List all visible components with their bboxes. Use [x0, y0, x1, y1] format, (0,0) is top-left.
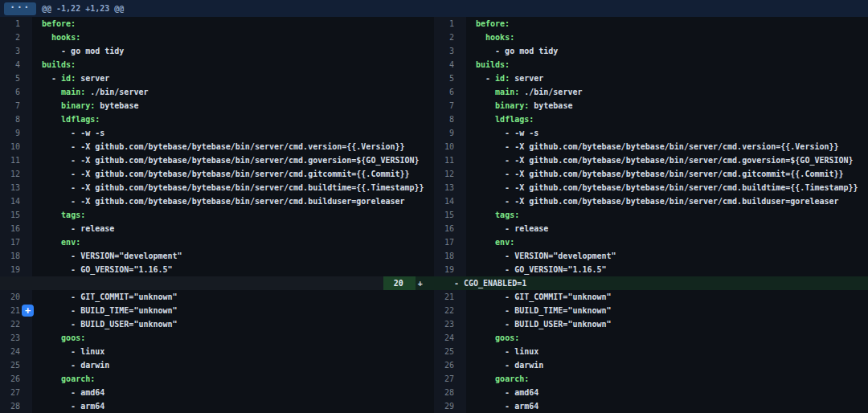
yaml-key: binary: — [495, 101, 529, 110]
code-text: - linux — [476, 347, 538, 356]
diff-marker-right — [466, 112, 476, 126]
line-number-left[interactable]: 18 — [0, 249, 32, 263]
line-number-left[interactable]: 14 — [0, 194, 32, 208]
line-number-left[interactable]: 24 — [0, 345, 32, 358]
line-number-right[interactable]: 18 — [434, 249, 466, 263]
code-text: - linux — [42, 347, 104, 356]
code-line-right: binary: bytebase — [476, 99, 868, 112]
line-number-left[interactable]: 1 — [0, 17, 32, 31]
line-number-right[interactable]: 17 — [434, 235, 466, 249]
line-number-right[interactable]: 24 — [434, 331, 466, 345]
line-number-right[interactable]: 12 — [434, 167, 466, 181]
diff-marker-left — [32, 194, 42, 208]
code-text: server — [76, 74, 109, 83]
diff-row: 23 goos:24 goos: — [0, 331, 868, 345]
line-number-left[interactable]: 9 — [0, 126, 32, 140]
code-text — [42, 33, 51, 42]
code-text — [42, 101, 61, 110]
yaml-key: goarch: — [495, 374, 529, 383]
code-text: ./bin/server — [85, 88, 148, 96]
line-number-right[interactable]: 7 — [434, 99, 466, 112]
code-line-right: - -w -s — [476, 126, 868, 140]
line-number-right[interactable]: 11 — [434, 153, 466, 167]
line-number-right[interactable]: 5 — [434, 72, 466, 85]
line-number-left[interactable]: 25 — [0, 358, 32, 372]
line-number-left[interactable]: 20 — [0, 290, 32, 304]
diff-row: 15 tags:15 tags: — [0, 208, 868, 222]
line-number-left[interactable]: 23 — [0, 331, 32, 345]
code-line-left: builds: — [42, 58, 434, 72]
diff-marker-right — [466, 140, 476, 153]
code-text: - — [476, 74, 495, 83]
line-number-left[interactable]: 26 — [0, 372, 32, 386]
line-number-left[interactable]: 10 — [0, 140, 32, 153]
diff-marker-left — [32, 17, 42, 31]
line-number-right[interactable]: 3 — [434, 44, 466, 58]
diff-row: 26 goarch:27 goarch: — [0, 372, 868, 386]
line-number-left[interactable]: 13 — [0, 181, 32, 194]
line-number-right[interactable]: 2 — [434, 31, 466, 44]
line-number-left[interactable]: 7 — [0, 99, 32, 112]
line-number-left[interactable]: 17 — [0, 235, 32, 249]
diff-marker-left — [32, 31, 42, 44]
code-line-left: - -X github.com/bytebase/bytebase/bin/se… — [42, 153, 434, 167]
line-number-left[interactable]: 16 — [0, 222, 32, 235]
code-line-right: hooks: — [476, 31, 868, 44]
line-number-left[interactable]: 22 — [0, 317, 32, 331]
line-number-left[interactable]: 27 — [0, 386, 32, 399]
line-number-left[interactable]: 12 — [0, 167, 32, 181]
line-number-right[interactable]: 29 — [434, 399, 466, 413]
line-number-right[interactable]: 27 — [434, 372, 466, 386]
code-line-right: - amd64 — [476, 386, 868, 399]
diff-row: 16 - release16 - release — [0, 222, 868, 235]
line-number-right[interactable]: 13 — [434, 181, 466, 194]
yaml-key: goarch: — [61, 374, 95, 383]
line-number-left[interactable]: 19 — [0, 263, 32, 276]
line-number-right[interactable]: 1 — [434, 17, 466, 31]
line-number-right[interactable]: 10 — [434, 140, 466, 153]
line-number-right[interactable]: 19 — [434, 263, 466, 276]
line-number-right[interactable]: 20 — [383, 276, 416, 290]
line-number-left[interactable]: 28 — [0, 399, 32, 413]
line-number-left[interactable]: 6 — [0, 85, 32, 99]
line-number-right[interactable]: 21 — [434, 290, 466, 304]
code-line-left: - -X github.com/bytebase/bytebase/bin/se… — [42, 181, 434, 194]
code-line-right: tags: — [476, 208, 868, 222]
line-number-left[interactable]: 8 — [0, 112, 32, 126]
code-line-right: - -X github.com/bytebase/bytebase/bin/se… — [476, 181, 868, 194]
line-number-left[interactable]: 4 — [0, 58, 32, 72]
line-number-right[interactable]: 4 — [434, 58, 466, 72]
line-number-right[interactable]: 15 — [434, 208, 466, 222]
code-line-left: hooks: — [42, 31, 434, 44]
line-number-left[interactable]: 2 — [0, 31, 32, 44]
line-number-right[interactable]: 22 — [434, 304, 466, 317]
hunk-header: ··· @@ -1,22 +1,23 @@ — [0, 0, 868, 17]
code-text — [476, 374, 495, 383]
diff-marker-left — [32, 358, 42, 372]
diff-marker-right — [466, 153, 476, 167]
code-line-left: - arm64 — [42, 399, 434, 413]
line-number-left[interactable]: 21+ — [0, 304, 32, 317]
line-number-right[interactable]: 8 — [434, 112, 466, 126]
yaml-key: builds: — [42, 60, 76, 69]
line-number-right[interactable]: 9 — [434, 126, 466, 140]
line-number-left[interactable]: 3 — [0, 44, 32, 58]
code-line-right: - darwin — [476, 358, 868, 372]
line-number-right[interactable]: 16 — [434, 222, 466, 235]
line-number-left[interactable]: 5 — [0, 72, 32, 85]
diff-marker-right — [466, 386, 476, 399]
expand-hunk-button[interactable]: ··· — [4, 2, 36, 15]
diff-marker-left — [32, 140, 42, 153]
code-text — [42, 115, 61, 124]
line-number-right[interactable]: 23 — [434, 317, 466, 331]
line-number-right[interactable]: 26 — [434, 358, 466, 372]
line-number-right[interactable]: 28 — [434, 386, 466, 399]
line-number-left[interactable]: 15 — [0, 208, 32, 222]
diff-marker-right — [466, 72, 476, 85]
line-number-right[interactable]: 25 — [434, 345, 466, 358]
line-number-right[interactable]: 6 — [434, 85, 466, 99]
diff-marker-left — [32, 386, 42, 399]
add-comment-button[interactable]: + — [22, 305, 34, 317]
line-number-right[interactable]: 14 — [434, 194, 466, 208]
line-number-left[interactable]: 11 — [0, 153, 32, 167]
